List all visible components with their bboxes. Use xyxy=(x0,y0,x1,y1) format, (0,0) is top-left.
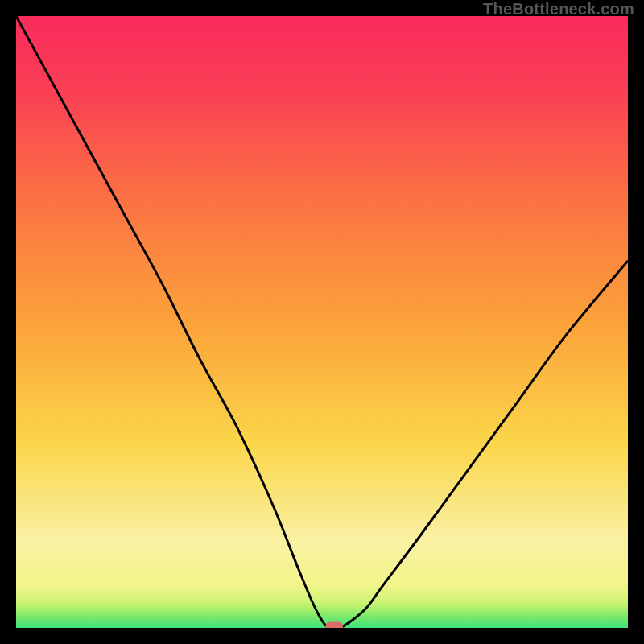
chart-svg xyxy=(16,16,628,628)
chart-frame: TheBottleneck.com xyxy=(0,0,644,644)
plot-area xyxy=(16,16,628,628)
optimal-marker xyxy=(325,621,343,628)
gradient-background xyxy=(16,16,628,628)
watermark-text: TheBottleneck.com xyxy=(483,0,634,19)
